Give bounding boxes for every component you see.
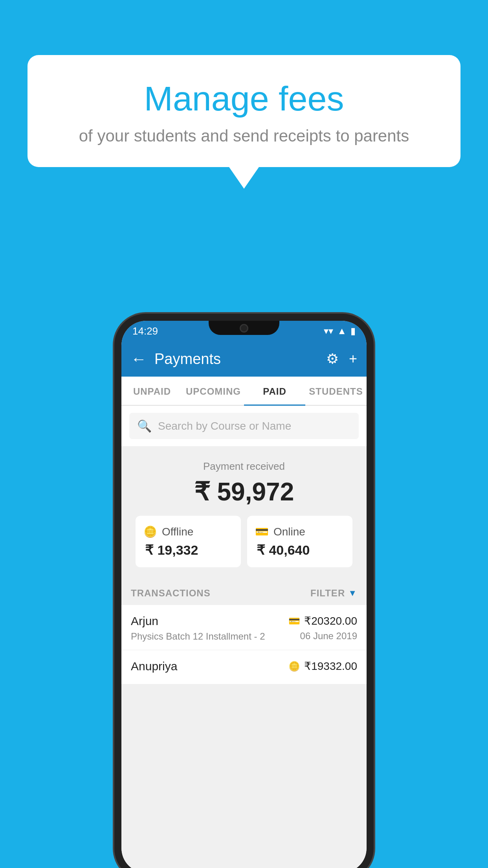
gear-icon[interactable]: ⚙ [326, 351, 339, 367]
filter-icon: ▼ [348, 588, 357, 598]
tab-unpaid[interactable]: UNPAID [121, 377, 183, 405]
online-card: 💳 Online ₹ 40,640 [247, 516, 352, 567]
transaction-name: Arjun [131, 614, 288, 628]
payment-received-label: Payment received [129, 460, 359, 473]
search-icon: 🔍 [137, 419, 152, 433]
tab-paid[interactable]: PAID [244, 377, 305, 405]
transaction-right: 💳 ₹20320.00 06 June 2019 [288, 614, 357, 642]
cash-payment-icon: 🪙 [288, 661, 300, 672]
status-time: 14:29 [132, 325, 158, 337]
search-box[interactable]: 🔍 Search by Course or Name [129, 413, 359, 439]
status-icons: ▾▾ ▲ ▮ [324, 326, 356, 337]
phone-screen: 14:29 ▾▾ ▲ ▮ ← Payments ⚙ + UNPAID UPC [121, 321, 367, 868]
offline-card-header: 🪙 Offline [143, 525, 193, 538]
phone-notch [209, 321, 279, 335]
transaction-amount: ₹20320.00 [304, 614, 357, 627]
online-label: Online [273, 526, 305, 538]
transaction-amount: ₹19332.00 [304, 660, 357, 673]
screen-content: 🔍 Search by Course or Name Payment recei… [121, 406, 367, 868]
front-camera [240, 324, 248, 333]
wifi-icon: ▾▾ [324, 326, 333, 337]
speech-bubble-subtitle: of your students and send receipts to pa… [51, 127, 437, 145]
add-button[interactable]: + [349, 351, 357, 367]
offline-amount: ₹ 19,332 [143, 542, 198, 558]
transaction-date: 06 June 2019 [288, 631, 357, 642]
tab-students[interactable]: STUDENTS [305, 377, 367, 405]
speech-bubble-arrow [229, 167, 259, 189]
online-amount: ₹ 40,640 [255, 542, 310, 558]
offline-label: Offline [162, 526, 193, 538]
table-row[interactable]: Anupriya 🪙 ₹19332.00 [121, 650, 367, 684]
card-payment-icon: 💳 [288, 616, 300, 627]
signal-icon: ▲ [337, 326, 347, 337]
transaction-amount-row: 🪙 ₹19332.00 [288, 660, 357, 673]
payment-total-amount: ₹ 59,972 [129, 477, 359, 506]
phone-frame: 14:29 ▾▾ ▲ ▮ ← Payments ⚙ + UNPAID UPC [114, 314, 374, 868]
transaction-list: Arjun Physics Batch 12 Installment - 2 💳… [121, 605, 367, 684]
filter-label: FILTER [310, 588, 345, 599]
transactions-section-label: TRANSACTIONS [131, 588, 211, 599]
back-button[interactable]: ← [131, 351, 147, 367]
speech-bubble: Manage fees of your students and send re… [28, 55, 460, 167]
transaction-amount-row: 💳 ₹20320.00 [288, 614, 357, 627]
filter-button[interactable]: FILTER ▼ [310, 588, 357, 599]
transaction-right: 🪙 ₹19332.00 [288, 660, 357, 676]
transaction-name: Anupriya [131, 660, 288, 673]
tabs-bar: UNPAID UPCOMING PAID STUDENTS [121, 377, 367, 406]
transaction-left: Anupriya [131, 660, 288, 676]
speech-bubble-title: Manage fees [51, 79, 437, 119]
battery-icon: ▮ [350, 326, 356, 337]
offline-payment-icon: 🪙 [143, 525, 157, 538]
online-payment-icon: 💳 [255, 525, 269, 538]
app-header: ← Payments ⚙ + [121, 341, 367, 377]
tab-upcoming[interactable]: UPCOMING [183, 377, 244, 405]
payment-cards: 🪙 Offline ₹ 19,332 💳 Online ₹ 40,640 [129, 516, 359, 567]
online-card-header: 💳 Online [255, 525, 305, 538]
transaction-left: Arjun Physics Batch 12 Installment - 2 [131, 614, 288, 642]
search-container: 🔍 Search by Course or Name [121, 406, 367, 446]
transaction-detail: Physics Batch 12 Installment - 2 [131, 631, 288, 642]
search-input[interactable]: Search by Course or Name [158, 420, 291, 432]
transactions-header: TRANSACTIONS FILTER ▼ [121, 578, 367, 605]
speech-bubble-container: Manage fees of your students and send re… [28, 55, 460, 189]
payment-summary: Payment received ₹ 59,972 🪙 Offline ₹ 19… [121, 446, 367, 578]
offline-card: 🪙 Offline ₹ 19,332 [136, 516, 241, 567]
table-row[interactable]: Arjun Physics Batch 12 Installment - 2 💳… [121, 605, 367, 650]
header-title: Payments [154, 351, 326, 368]
header-actions: ⚙ + [326, 351, 357, 367]
page-background: Manage fees of your students and send re… [0, 0, 488, 868]
